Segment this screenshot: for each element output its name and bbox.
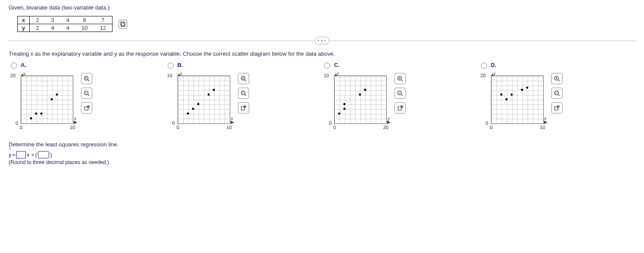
slope-input[interactable] [16,151,26,158]
y-min-label: 0 [16,120,18,126]
data-point [505,98,507,101]
cell: 4 [45,24,60,32]
option-D-letter: D. [491,62,497,68]
row-label-y: y [18,24,30,32]
popout-icon[interactable] [238,102,249,114]
popout-icon[interactable] [81,102,92,114]
option-B-chart: y x 10 0 0 10 ▲ ▶ [166,73,234,133]
cell: 3 [45,16,60,24]
open-paren: ( [35,152,37,158]
svg-line-34 [558,95,560,96]
rounding-hint: (Round to three decimal places as needed… [9,159,635,165]
close-paren: ) [50,152,52,158]
y-min-label: 0 [329,120,331,126]
data-point [510,94,513,96]
zoom-in-icon[interactable] [394,73,406,84]
y-max-label: 10 [167,73,172,78]
options-row: A. y x 20 0 0 10 ▲ ▶ [9,61,635,133]
data-point [213,89,215,91]
data-point [35,113,38,115]
zoom-in-icon[interactable] [81,73,92,84]
x-max-label: 10 [540,125,545,130]
question-text: Treating x as the explanatory variable a… [9,51,635,57]
table-popout-icon[interactable] [119,20,127,28]
data-point [197,103,199,105]
y-max-label: 10 [324,73,329,78]
zoom-out-icon[interactable] [238,88,249,99]
svg-line-21 [401,80,403,82]
data-point [56,94,58,96]
option-D-label[interactable]: D. [479,61,563,69]
option-A-letter: A. [21,62,26,68]
x-max-label: 20 [383,125,388,130]
subquestion-text: Determine the least-squares regression l… [9,141,635,148]
svg-line-12 [244,80,246,82]
data-point [359,94,361,96]
data-point [364,89,366,91]
data-point [526,86,528,89]
svg-line-3 [88,80,90,82]
collapse-toggle-button[interactable]: • • • [315,37,329,44]
option-C-label[interactable]: C. [322,61,406,69]
option-A-radio[interactable] [11,63,17,69]
cell: 2 [30,16,45,24]
data-point [51,98,53,101]
option-A-chart: y x 20 0 0 10 ▲ ▶ [9,73,78,133]
option-B-letter: B. [178,62,183,68]
option-C-chart: x y 10 0 0 20 ▲ ▶ [322,73,391,133]
x-max-label: 10 [70,125,75,130]
zoom-in-icon[interactable] [551,73,563,84]
x-arrow-icon: ▶ [387,120,391,124]
data-point [30,117,32,120]
option-D-radio[interactable] [481,63,487,69]
intercept-input[interactable] [38,151,49,158]
popout-icon[interactable] [551,102,563,114]
zoom-out-icon[interactable] [394,88,406,99]
data-point [207,94,209,96]
cell: 7 [94,16,112,24]
zoom-out-icon[interactable] [81,88,92,99]
option-B-radio[interactable] [168,63,174,69]
data-point [344,108,346,110]
y-max-label: 20 [481,73,486,78]
option-A-label[interactable]: A. [9,61,92,69]
option-B-label[interactable]: B. [166,61,249,69]
cell: 10 [75,24,94,32]
cell: 12 [94,24,112,32]
row-label-x: x [18,16,30,24]
svg-line-25 [401,95,403,96]
cell: 2 [30,24,45,32]
y-arrow-icon: ▲ [177,72,181,77]
option-D-chart: y x 20 0 0 10 ▲ ▶ [479,73,548,133]
y-arrow-icon: ▲ [491,72,495,77]
cell: 6 [75,16,94,24]
svg-line-16 [244,95,246,96]
data-point [41,113,43,115]
data-table: x 2 3 4 6 7 y 2 4 4 10 12 [17,16,113,32]
svg-line-30 [558,80,560,82]
x-max-label: 10 [227,125,232,130]
option-C-letter: C. [334,62,340,68]
data-point [521,89,523,91]
y-min-label: 0 [486,120,488,126]
x-min-label: 0 [333,125,336,130]
option-C-radio[interactable] [324,63,330,69]
x-min-label: 0 [20,125,22,130]
regression-equation: y = x + ( ) [9,151,635,158]
svg-line-7 [88,95,90,96]
x-min-label: 0 [490,125,493,130]
popout-icon[interactable] [394,102,406,114]
cell: 4 [60,24,75,32]
y-max-label: 20 [10,73,16,78]
y-hat-symbol: y [9,152,12,158]
equals-sign: = [13,152,16,158]
data-point [500,94,502,96]
zoom-out-icon[interactable] [551,88,563,99]
x-arrow-icon: ▶ [74,120,77,124]
x-min-label: 0 [177,125,179,130]
y-arrow-icon: ▲ [20,72,25,77]
x-arrow-icon: ▶ [544,120,547,124]
data-point [187,113,189,115]
y-min-label: 0 [172,120,175,126]
zoom-in-icon[interactable] [238,73,249,84]
